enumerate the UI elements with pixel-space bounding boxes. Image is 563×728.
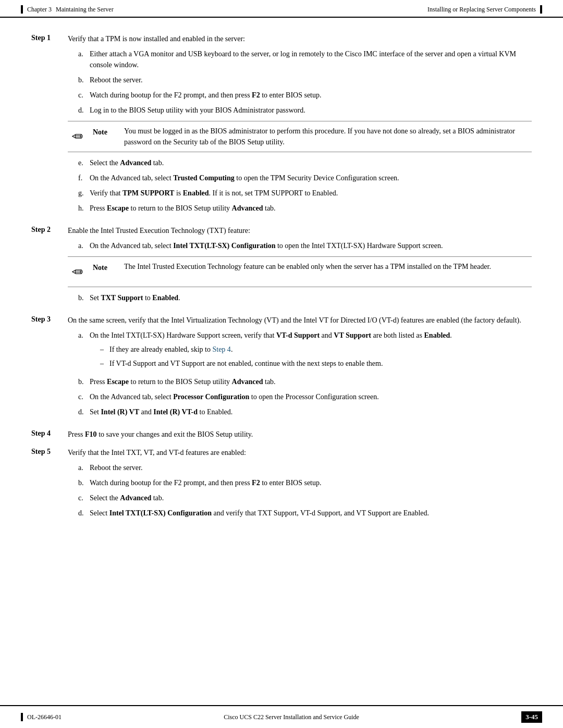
page-header: Chapter 3 Maintaining the Server Install… bbox=[0, 0, 563, 18]
step-3b: b. Press Escape to return to the BIOS Se… bbox=[78, 376, 532, 387]
step-3-row: Step 3 On the same screen, verify that t… bbox=[31, 315, 532, 422]
step-1b-content: Reboot the server. bbox=[90, 75, 532, 85]
header-right-bar bbox=[540, 5, 542, 14]
step-5b-label: b. bbox=[78, 477, 90, 488]
step-1d-content: Log in to the BIOS Setup utility with yo… bbox=[90, 105, 532, 116]
step-1c-label: c. bbox=[78, 90, 90, 101]
step-5a-content: Reboot the server. bbox=[90, 462, 532, 473]
step-5d: d. Select Intel TXT(LT-SX) Configuration… bbox=[78, 508, 532, 519]
dash-content-1: If they are already enabled, skip to Ste… bbox=[109, 344, 532, 355]
step-4-label: Step 4 bbox=[31, 429, 68, 438]
step-5d-content: Select Intel TXT(LT-SX) Configuration an… bbox=[90, 508, 532, 519]
step-5-content: Verify that the Intel TXT, VT, and VT-d … bbox=[68, 447, 532, 523]
pencil-icon: ✏ bbox=[71, 127, 83, 147]
step-2b-content: Set TXT Support to Enabled. bbox=[90, 292, 532, 303]
step-3a: a. On the Intel TXT(LT-SX) Hardware Supp… bbox=[78, 330, 532, 372]
step-2b-label: b. bbox=[78, 292, 90, 303]
step-5-intro: Verify that the Intel TXT, VT, and VT-d … bbox=[68, 449, 246, 456]
header-left-bar bbox=[21, 5, 23, 14]
step-3a-content: On the Intel TXT(LT-SX) Hardware Support… bbox=[90, 330, 532, 372]
step-2a-content: On the Advanced tab, select Intel TXT(LT… bbox=[90, 240, 532, 251]
step-2b: b. Set TXT Support to Enabled. bbox=[78, 292, 532, 303]
step-1g: g. Verify that TPM SUPPORT is Enabled. I… bbox=[78, 188, 532, 199]
step-3a-dash-2: – If VT-d Support and VT Support are not… bbox=[100, 358, 532, 369]
step-3d-label: d. bbox=[78, 406, 90, 417]
header-chapter-title: Maintaining the Server bbox=[56, 6, 114, 14]
step-2-label: Step 2 bbox=[31, 225, 68, 234]
footer-page-number: 3-45 bbox=[521, 711, 542, 723]
step-1e-content: Select the Advanced tab. bbox=[90, 157, 532, 168]
note-2-label: Note bbox=[93, 261, 118, 273]
step-1e: e. Select the Advanced tab. bbox=[78, 157, 532, 168]
step-2-intro: Enable the Intel Trusted Execution Techn… bbox=[68, 227, 250, 235]
step-1-label: Step 1 bbox=[31, 33, 68, 42]
step-3-label: Step 3 bbox=[31, 315, 68, 324]
note-1-label: Note bbox=[93, 126, 118, 138]
step-1g-content: Verify that TPM SUPPORT is Enabled. If i… bbox=[90, 188, 532, 199]
step-1c: c. Watch during bootup for the F2 prompt… bbox=[78, 90, 532, 101]
main-content: Step 1 Verify that a TPM is now installe… bbox=[0, 18, 563, 546]
step-4-row: Step 4 Press F10 to save your changes an… bbox=[31, 429, 532, 440]
step-3-intro: On the same screen, verify that the Inte… bbox=[68, 316, 521, 324]
step-1c-content: Watch during bootup for the F2 prompt, a… bbox=[90, 90, 532, 101]
step-5-subitems: a. Reboot the server. b. Watch during bo… bbox=[78, 462, 532, 519]
step-1f-label: f. bbox=[78, 172, 90, 183]
step-5-row: Step 5 Verify that the Intel TXT, VT, an… bbox=[31, 447, 532, 523]
step-1a: a. Either attach a VGA monitor and USB k… bbox=[78, 48, 532, 70]
step-1b: b. Reboot the server. bbox=[78, 75, 532, 85]
step-1g-label: g. bbox=[78, 188, 90, 199]
step-1-subitems: a. Either attach a VGA monitor and USB k… bbox=[78, 48, 532, 116]
header-left: Chapter 3 Maintaining the Server bbox=[21, 5, 114, 14]
step-2a: a. On the Advanced tab, select Intel TXT… bbox=[78, 240, 532, 251]
dash-label-2: – bbox=[100, 358, 109, 369]
note-2-text: The Intel Trusted Execution Technology f… bbox=[124, 261, 532, 272]
step-1e-label: e. bbox=[78, 157, 90, 168]
header-chapter: Chapter 3 bbox=[27, 6, 52, 14]
step-3-content: On the same screen, verify that the Inte… bbox=[68, 315, 532, 422]
step-2a-label: a. bbox=[78, 240, 90, 251]
step-1-subitems-after-note: e. Select the Advanced tab. f. On the Ad… bbox=[78, 157, 532, 214]
header-right: Installing or Replacing Server Component… bbox=[427, 5, 542, 14]
step-3d: d. Set Intel (R) VT and Intel (R) VT-d t… bbox=[78, 406, 532, 417]
dash-content-2: If VT-d Support and VT Support are not e… bbox=[109, 358, 532, 369]
step-2-content: Enable the Intel Trusted Execution Techn… bbox=[68, 225, 532, 307]
step-1h-label: h. bbox=[78, 203, 90, 214]
step-1a-label: a. bbox=[78, 48, 90, 59]
header-right-title: Installing or Replacing Server Component… bbox=[427, 6, 536, 14]
step-5-label: Step 5 bbox=[31, 447, 68, 456]
footer-part-number: OL-26646-01 bbox=[27, 713, 62, 721]
step-1a-content: Either attach a VGA monitor and USB keyb… bbox=[90, 48, 532, 70]
step-2-subitems-after-note: b. Set TXT Support to Enabled. bbox=[78, 292, 532, 303]
step-3d-content: Set Intel (R) VT and Intel (R) VT-d to E… bbox=[90, 406, 532, 417]
step4-link[interactable]: Step 4 bbox=[212, 346, 230, 353]
pencil-icon-2: ✏ bbox=[71, 262, 83, 282]
step-3b-label: b. bbox=[78, 376, 90, 387]
step-5d-label: d. bbox=[78, 508, 90, 519]
step-1f-content: On the Advanced tab, select Trusted Comp… bbox=[90, 172, 532, 183]
dash-label-1: – bbox=[100, 344, 109, 355]
footer-guide-title: Cisco UCS C22 Server Installation and Se… bbox=[224, 713, 359, 721]
step-5b: b. Watch during bootup for the F2 prompt… bbox=[78, 477, 532, 488]
step-2-row: Step 2 Enable the Intel Trusted Executio… bbox=[31, 225, 532, 307]
note-1-text: You must be logged in as the BIOS admini… bbox=[124, 126, 532, 147]
step-5c-content: Select the Advanced tab. bbox=[90, 492, 532, 503]
note-2-icon: ✏ bbox=[68, 261, 87, 282]
step-3c-label: c. bbox=[78, 391, 90, 402]
step-1b-label: b. bbox=[78, 75, 90, 85]
step-4-content: Press F10 to save your changes and exit … bbox=[68, 429, 532, 440]
step-1h-content: Press Escape to return to the BIOS Setup… bbox=[90, 203, 532, 214]
step-5c: c. Select the Advanced tab. bbox=[78, 492, 532, 503]
footer-left-bar bbox=[21, 713, 23, 721]
step-5a: a. Reboot the server. bbox=[78, 462, 532, 473]
page-footer: OL-26646-01 Cisco UCS C22 Server Install… bbox=[0, 705, 563, 728]
note-1-icon: ✏ bbox=[68, 126, 87, 147]
note-1: ✏ Note You must be logged in as the BIOS… bbox=[68, 121, 532, 152]
step-5b-content: Watch during bootup for the F2 prompt, a… bbox=[90, 477, 532, 488]
step-5c-label: c. bbox=[78, 492, 90, 503]
step-5a-label: a. bbox=[78, 462, 90, 473]
step-1d: d. Log in to the BIOS Setup utility with… bbox=[78, 105, 532, 116]
step-3a-label: a. bbox=[78, 330, 90, 341]
step-1-intro: Verify that a TPM is now installed and e… bbox=[68, 35, 245, 43]
step-2-subitems: a. On the Advanced tab, select Intel TXT… bbox=[78, 240, 532, 251]
note-2: ✏ Note The Intel Trusted Execution Techn… bbox=[68, 256, 532, 287]
